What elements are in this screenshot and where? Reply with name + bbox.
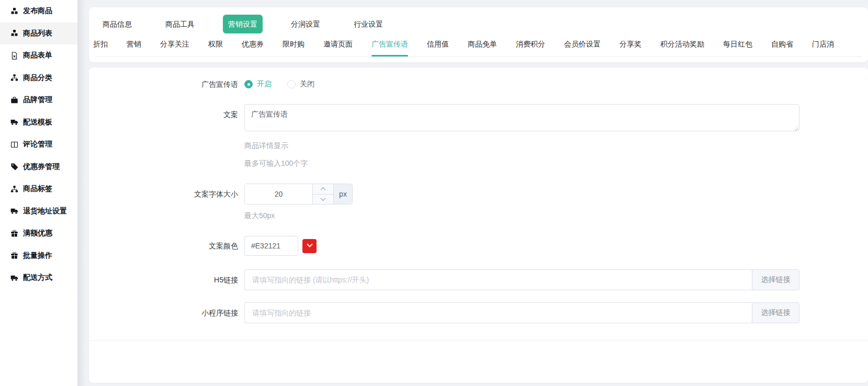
truck-icon (10, 274, 18, 282)
h5-choose-link-button[interactable]: 选择链接 (752, 269, 799, 290)
font-size-row: 文案字体大小 px (89, 184, 868, 205)
unit-suffix: px (333, 184, 352, 204)
sub-tab-2[interactable]: 分享关注 (160, 39, 189, 56)
sidebar-item-label: 商品分类 (23, 73, 52, 83)
gift-icon (10, 230, 18, 237)
h5-link-input[interactable] (244, 269, 752, 290)
ad-slogan-radio-group: 开启 关闭 (244, 80, 314, 89)
sub-tab-9[interactable]: 商品免单 (468, 39, 497, 56)
sub-tab-3[interactable]: 权限 (208, 39, 223, 56)
sub-tab-8[interactable]: 信用值 (427, 39, 449, 56)
main-tab-0[interactable]: 商品信息 (97, 15, 137, 33)
radio-selected-icon (244, 80, 253, 88)
sub-tab-5[interactable]: 限时购 (283, 39, 305, 56)
sidebar-item-5[interactable]: 配送模板 (0, 111, 77, 134)
sidebar-item-label: 商品表单 (23, 51, 52, 60)
sidebar-item-4[interactable]: 品牌管理 (0, 89, 77, 111)
briefcase-icon (10, 96, 18, 104)
mini-link-group: 选择链接 (244, 302, 799, 323)
sidebar-item-6[interactable]: 评论管理 (0, 133, 77, 156)
sidebar-item-label: 商品标签 (23, 184, 52, 194)
h5-link-label: H5链接 (89, 275, 244, 285)
color-value-input[interactable] (244, 236, 298, 256)
sidebar-item-2[interactable]: 商品表单 (0, 44, 77, 67)
ad-slogan-row: 广告宣传语 开启 关闭 (89, 79, 868, 89)
cubes-icon (10, 29, 18, 37)
sidebar-item-9[interactable]: 退货地址设置 (0, 200, 77, 223)
mini-choose-link-button[interactable]: 选择链接 (752, 302, 799, 323)
h5-link-row: H5链接 选择链接 (89, 269, 868, 290)
section-divider (89, 340, 868, 340)
font-size-input[interactable] (245, 184, 312, 204)
color-label: 文案颜色 (89, 241, 244, 251)
chevron-down-icon (307, 242, 312, 247)
stepper-down-button[interactable] (313, 195, 333, 205)
sub-tab-12[interactable]: 分享奖 (619, 39, 641, 56)
radio-option-on[interactable]: 开启 (244, 80, 272, 89)
radio-off-label: 关闭 (300, 80, 314, 89)
radio-unselected-icon (287, 80, 296, 88)
sidebar-item-0[interactable]: 发布商品 (0, 0, 77, 22)
sub-tab-13[interactable]: 积分活动奖励 (660, 39, 704, 56)
cubes-icon (10, 7, 18, 15)
sidebar-item-label: 满额优惠 (23, 229, 52, 238)
sub-tab-10[interactable]: 消费积分 (516, 39, 545, 56)
copy-help-display: 商品详情显示 (244, 141, 288, 150)
sidebar-item-1[interactable]: 商品列表 (0, 22, 77, 45)
sitemap-icon (10, 185, 18, 193)
main-tab-4[interactable]: 行业设置 (348, 15, 388, 33)
font-size-help: 最大50px (244, 211, 275, 220)
sidebar: 发布商品 商品列表 商品表单 商品分类 品牌管理 配送模板 评论管理 优惠券管理… (0, 0, 77, 386)
copy-textarea-wrap: 广告宣传语 (244, 104, 799, 133)
radio-on-label: 开启 (257, 80, 272, 89)
sub-tab-4[interactable]: 优惠券 (242, 39, 264, 56)
truck-icon (10, 207, 18, 215)
main-tab-1[interactable]: 商品工具 (160, 15, 200, 33)
sub-tab-0[interactable]: 折扣 (93, 39, 108, 56)
sidebar-item-label: 优惠券管理 (23, 162, 60, 172)
color-picker-button[interactable] (302, 239, 317, 253)
mini-link-label: 小程序链接 (89, 308, 244, 318)
form-card: 广告宣传语 开启 关闭 文案 广告宣传语 商品详情显示 (89, 67, 868, 383)
sidebar-item-8[interactable]: 商品标签 (0, 178, 77, 200)
sub-tab-14[interactable]: 每日红包 (723, 39, 752, 56)
main-tab-3[interactable]: 分润设置 (286, 15, 325, 33)
copy-row: 文案 广告宣传语 (89, 104, 868, 133)
sidebar-item-10[interactable]: 满额优惠 (0, 222, 77, 245)
chevron-down-icon (321, 196, 326, 201)
copy-label: 文案 (89, 104, 244, 120)
ad-slogan-label: 广告宣传语 (89, 79, 244, 89)
mini-link-input[interactable] (244, 302, 752, 323)
sub-tab-bar: 折扣营销分享关注权限优惠券限时购邀请页面广告宣传语信用值商品免单消费积分会员价设… (89, 33, 868, 56)
columns-icon (10, 141, 18, 149)
sidebar-item-11[interactable]: 批量操作 (0, 245, 77, 267)
chevron-up-icon (321, 187, 326, 192)
sidebar-item-label: 退货地址设置 (23, 207, 67, 216)
sub-tab-6[interactable]: 邀请页面 (323, 39, 353, 56)
font-size-stepper: px (244, 184, 353, 205)
sidebar-item-3[interactable]: 商品分类 (0, 67, 77, 89)
sidebar-item-label: 发布商品 (23, 6, 52, 16)
sidebar-item-label: 配送方式 (23, 273, 52, 282)
radio-option-off[interactable]: 关闭 (287, 80, 314, 89)
sub-tab-11[interactable]: 会员价设置 (564, 39, 601, 56)
sidebar-item-7[interactable]: 优惠券管理 (0, 156, 77, 178)
sidebar-item-label: 商品列表 (23, 29, 52, 38)
file-x-icon (10, 52, 18, 60)
sidebar-item-12[interactable]: 配送方式 (0, 267, 77, 289)
main-tab-2[interactable]: 营销设置 (223, 15, 263, 33)
stepper-up-button[interactable] (313, 184, 333, 195)
sub-tab-15[interactable]: 自购省 (771, 39, 793, 56)
sidebar-item-label: 评论管理 (23, 140, 52, 149)
sidebar-item-label: 批量操作 (23, 251, 52, 260)
sitemap-icon (10, 74, 18, 82)
sidebar-item-label: 品牌管理 (23, 95, 52, 105)
copy-textarea[interactable]: 广告宣传语 (244, 104, 799, 131)
sub-tab-16[interactable]: 门店消 (812, 39, 834, 56)
sub-tab-1[interactable]: 营销 (127, 39, 141, 56)
tag-icon (10, 163, 18, 171)
tabs-divider (95, 56, 862, 57)
font-size-label: 文案字体大小 (89, 189, 244, 199)
sidebar-item-label: 配送模板 (23, 118, 52, 127)
sub-tab-7[interactable]: 广告宣传语 (371, 39, 408, 56)
